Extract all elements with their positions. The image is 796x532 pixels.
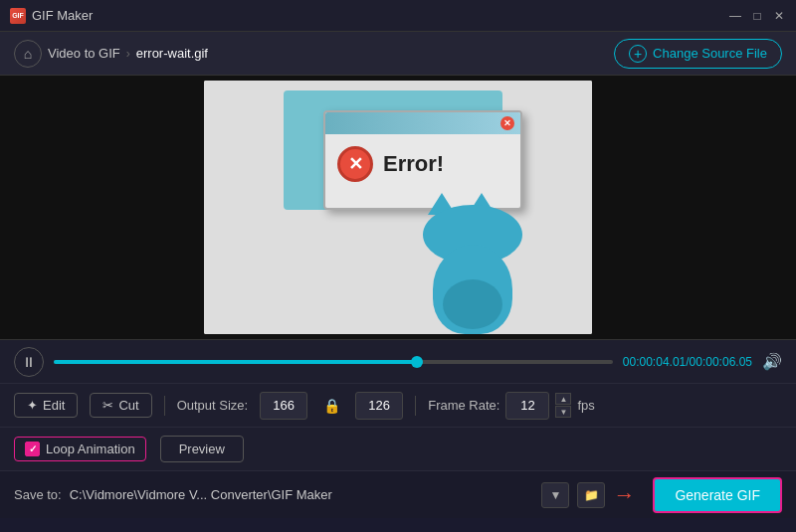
- fps-label: fps: [577, 398, 594, 413]
- width-input[interactable]: [260, 392, 307, 420]
- breadcrumb-parent: Video to GIF: [48, 46, 120, 61]
- error-icon: ✕: [337, 146, 373, 182]
- cat-character: [413, 215, 532, 334]
- save-path-dropdown[interactable]: ▼: [541, 482, 569, 508]
- progress-handle[interactable]: [411, 356, 423, 368]
- cut-label: Cut: [118, 398, 138, 413]
- spinner-down-button[interactable]: ▼: [555, 406, 571, 418]
- error-message-text: Error!: [383, 151, 444, 177]
- current-time: 00:00:04.01: [623, 355, 686, 369]
- change-source-button[interactable]: + Change Source File: [614, 39, 782, 69]
- loop-animation-checkbox-container[interactable]: ✓ Loop Animation: [14, 437, 146, 461]
- plus-circle-icon: +: [629, 45, 647, 63]
- app-icon: GIF: [10, 8, 26, 24]
- home-icon: ⌂: [24, 46, 32, 62]
- generate-gif-button[interactable]: Generate GIF: [653, 477, 782, 513]
- app-title: GIF Maker: [32, 8, 93, 23]
- preview-button[interactable]: Preview: [160, 436, 244, 462]
- breadcrumb-current: error-wait.gif: [136, 46, 208, 61]
- frame-rate-container: Frame Rate: ▲ ▼ fps: [428, 392, 595, 420]
- title-bar: GIF GIF Maker — □ ✕: [0, 0, 796, 32]
- cut-icon: ✂: [102, 398, 113, 413]
- video-preview: ✕ ✕ Error!: [204, 81, 592, 334]
- lock-aspect-button[interactable]: 🔒: [319, 394, 343, 418]
- arrow-indicator: →: [613, 482, 635, 508]
- cat-belly: [443, 279, 502, 329]
- folder-icon: 📁: [584, 488, 599, 502]
- dropdown-icon: ▼: [549, 488, 561, 502]
- save-row: Save to: C:\Vidmore\Vidmore V... Convert…: [0, 470, 796, 518]
- cut-button[interactable]: ✂ Cut: [90, 393, 151, 418]
- error-x-symbol: ✕: [348, 153, 363, 175]
- frame-rate-label: Frame Rate:: [428, 398, 499, 413]
- error-dialog-close-icon: ✕: [500, 116, 514, 130]
- divider-2: [415, 396, 416, 416]
- save-path-text: C:\Vidmore\Vidmore V... Converter\GIF Ma…: [70, 487, 534, 502]
- loop-animation-checkbox[interactable]: ✓: [25, 442, 40, 456]
- pause-icon: ⏸: [22, 354, 36, 370]
- progress-bar-fill: [54, 360, 417, 364]
- playback-controls: ⏸ 00:00:04.01/00:00:06.05 🔊: [0, 339, 796, 383]
- lock-icon: 🔒: [323, 398, 340, 414]
- save-to-label: Save to:: [14, 487, 62, 502]
- height-input[interactable]: [355, 392, 403, 420]
- output-size-label: Output Size:: [177, 398, 249, 413]
- spinner-arrows: ▲ ▼: [555, 393, 571, 418]
- error-dialog-titlebar: ✕: [325, 112, 520, 134]
- loop-animation-label: Loop Animation: [46, 442, 135, 456]
- play-pause-button[interactable]: ⏸: [14, 347, 44, 377]
- edit-button[interactable]: ✦ Edit: [14, 393, 78, 418]
- time-display: 00:00:04.01/00:00:06.05: [623, 355, 752, 369]
- gif-content: ✕ ✕ Error!: [204, 81, 592, 334]
- spinner-up-button[interactable]: ▲: [555, 393, 571, 405]
- loop-animation-row: ✓ Loop Animation Preview: [0, 427, 796, 470]
- total-time: 00:00:06.05: [690, 355, 752, 369]
- error-dialog-body: ✕ Error!: [325, 134, 520, 194]
- edit-label: Edit: [43, 398, 65, 413]
- breadcrumb-separator: ›: [126, 47, 130, 61]
- minimize-button[interactable]: —: [728, 9, 742, 23]
- breadcrumb: ⌂ Video to GIF › error-wait.gif: [14, 40, 208, 68]
- progress-bar[interactable]: [54, 360, 613, 364]
- checkbox-check-icon: ✓: [29, 443, 37, 454]
- edit-icon: ✦: [27, 398, 38, 413]
- nav-bar: ⌂ Video to GIF › error-wait.gif + Change…: [0, 32, 796, 76]
- title-bar-left: GIF GIF Maker: [10, 8, 93, 24]
- frame-rate-input[interactable]: [505, 392, 549, 420]
- video-preview-area: ✕ ✕ Error!: [0, 76, 796, 339]
- volume-button[interactable]: 🔊: [762, 352, 782, 371]
- restore-button[interactable]: □: [750, 9, 764, 23]
- home-button[interactable]: ⌂: [14, 40, 42, 68]
- divider-1: [164, 396, 165, 416]
- toolbar-row: ✦ Edit ✂ Cut Output Size: 🔒 Frame Rate: …: [0, 383, 796, 427]
- close-button[interactable]: ✕: [772, 9, 786, 23]
- window-controls: — □ ✕: [728, 9, 786, 23]
- open-folder-button[interactable]: 📁: [577, 482, 605, 508]
